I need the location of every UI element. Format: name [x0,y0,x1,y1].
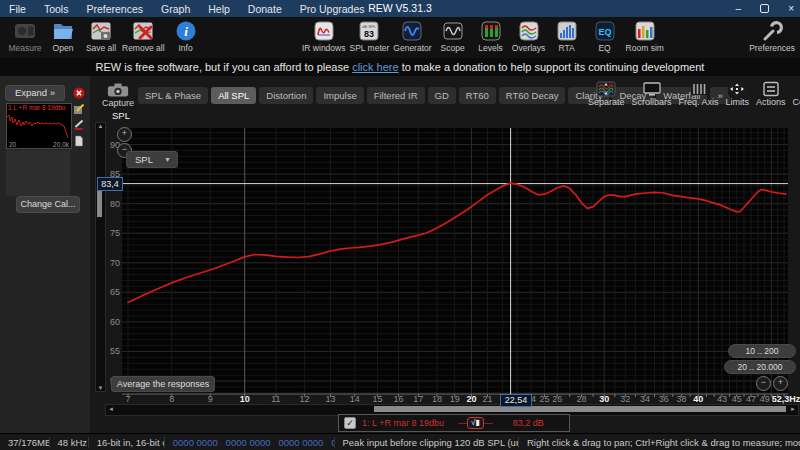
scroll-down-icon[interactable]: ▼ [96,385,105,391]
capture-button[interactable]: Capture [102,82,134,108]
spl-chart[interactable]: 7891011121314151617181920212425262830323… [105,118,800,415]
remove-all-button[interactable]: Remove all [122,20,165,53]
generator-icon [401,20,423,42]
notes-icon[interactable] [73,135,85,147]
svg-text:45: 45 [732,394,742,404]
freq-axis-button[interactable]: Freq. Axis [679,81,719,107]
donate-link[interactable]: click here [352,61,398,73]
open-button[interactable]: Open [46,20,80,53]
x-zoom-in-button[interactable]: + [773,376,788,391]
range-10-200-button[interactable]: 10 .. 200 [728,344,796,358]
ir-windows-button[interactable]: IR windows [302,20,345,53]
vertical-scrollbar[interactable]: ▲ ▼ [95,122,106,392]
menu-graph[interactable]: Graph [152,3,199,15]
svg-text:10: 10 [240,394,250,404]
y-zoom-in-button[interactable]: + [117,127,132,142]
limits-button[interactable]: Limits [726,81,750,107]
svg-text:36: 36 [659,394,669,404]
levels-icon [480,20,502,42]
range-20-20000-button[interactable]: 20 .. 20.000 [724,360,796,374]
svg-text:38: 38 [676,394,686,404]
scrollbars-button[interactable]: Scrollbars [632,81,672,107]
scroll-up-icon[interactable]: ▲ [96,123,105,129]
levels-button[interactable]: Levels [474,20,508,53]
rta-button[interactable]: RTA [550,20,584,53]
tab-rt60-decay[interactable]: RT60 Decay [499,87,566,104]
x-zoom-out-button[interactable]: − [756,376,771,391]
controls-button[interactable]: Controls [793,81,800,107]
svg-text:83: 83 [364,29,374,39]
info-button[interactable]: iInfo [169,20,203,53]
close-button[interactable]: × [788,0,794,17]
preferences-button[interactable]: Preferences [749,20,795,53]
save-all-button[interactable]: Save all [84,20,118,53]
svg-text:60: 60 [110,317,120,327]
y-axis-selector[interactable]: SPL ▼ [126,151,178,168]
svg-text:i: i [184,24,188,39]
room-sim-icon [634,20,656,42]
actions-button[interactable]: Actions [756,81,786,107]
scope-button[interactable]: Scope [436,20,470,53]
trace-style-button[interactable]: —√▮— [458,417,493,429]
tab-gd[interactable]: GD [428,87,456,104]
average-responses-button[interactable]: Average the responses [111,376,215,392]
minimize-button[interactable]: – [736,0,742,17]
trace-colour-icon[interactable] [73,119,85,131]
capture-label: Capture [102,98,134,108]
thumbnail-x-max: 20,0k [53,141,69,148]
menu-donate[interactable]: Donate [239,3,291,15]
svg-text:16: 16 [393,394,403,404]
menubar: FileToolsPreferencesGraphHelpDonatePro U… [0,3,374,15]
svg-text:28: 28 [577,394,587,404]
menu-help[interactable]: Help [199,3,239,15]
tab-distortion[interactable]: Distortion [259,87,313,104]
menu-tools[interactable]: Tools [35,3,78,15]
scroll-right-icon[interactable]: ► [790,405,796,414]
scope-icon [442,20,464,42]
channel-data: 0000 0000 0000 0000 0000 0000 0000 0000 [164,437,334,448]
wrench-icon [761,20,783,42]
svg-text:13: 13 [325,394,335,404]
tab-filtered-ir[interactable]: Filtered IR [367,87,425,104]
titlebar: FileToolsPreferencesGraphHelpDonatePro U… [0,0,800,17]
overlays-button[interactable]: Overlays [512,20,546,53]
tab-impulse[interactable]: Impulse [316,87,363,104]
svg-text:40: 40 [693,394,703,404]
change-cal-button[interactable]: Change Cal... [16,196,80,213]
tool-label: Preferences [749,43,795,53]
delete-measurement-icon[interactable] [73,87,85,99]
svg-text:7: 7 [125,394,130,404]
expand-button[interactable]: Expand » [5,85,65,101]
room-sim-button[interactable]: Room sim [626,20,664,53]
scroll-left-icon[interactable]: ◄ [108,405,114,414]
horizontal-scroll-thumb[interactable] [374,406,786,412]
eq-button[interactable]: EQEQ [588,20,622,53]
thumbnail-x-min: 20 [9,141,16,148]
svg-text:65: 65 [110,287,120,297]
trace-visible-checkbox[interactable]: ✓ [344,417,356,429]
actions-icon [761,81,781,97]
menu-file[interactable]: File [0,3,35,15]
tab-all-spl[interactable]: All SPL [211,87,256,104]
tool-label: EQ [598,43,610,53]
tool-label: Scope [441,43,465,53]
svg-text:9: 9 [208,394,213,404]
generator-button[interactable]: Generator [393,20,431,53]
svg-text:18: 18 [432,394,442,404]
menu-preferences[interactable]: Preferences [77,3,152,15]
svg-text:52,3Hz: 52,3Hz [772,394,800,404]
open-folder-icon [52,20,74,42]
menu-pro-upgrades[interactable]: Pro Upgrades [291,3,374,15]
measurement-thumbnail[interactable]: 1 L +R mar 8 19dbu 20 20,0k [6,103,72,149]
separate-button[interactable]: Separate [588,81,625,107]
banner-text-after: to make a donation to help support its c… [399,61,705,73]
tab-spl-phase[interactable]: SPL & Phase [138,87,208,104]
svg-text:70: 70 [110,258,120,268]
tab-rt60[interactable]: RT60 [459,87,496,104]
maximize-button[interactable] [760,4,769,13]
edit-measurement-icon[interactable] [73,103,85,115]
scrollbars-icon [642,81,662,97]
spl-meter-button[interactable]: dB SPL83SPL meter [349,20,389,53]
measurement-sidebar: Expand » 1 L +R mar 8 19dbu 20 20,0k Cha… [0,76,90,433]
svg-text:19: 19 [450,394,460,404]
